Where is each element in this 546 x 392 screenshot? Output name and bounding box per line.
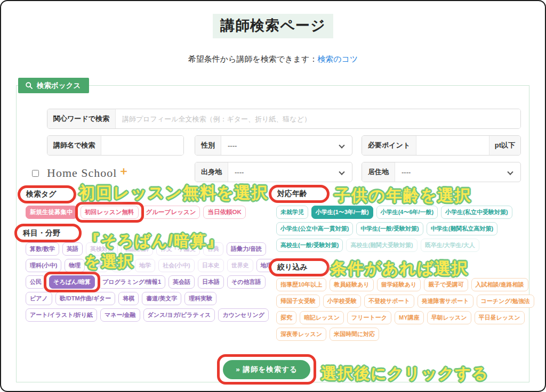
tag-item[interactable]: 化学	[88, 259, 108, 272]
gender-select[interactable]: 性別 ----	[195, 135, 352, 156]
tag-item[interactable]: 新規生徒募集中	[26, 206, 77, 219]
tag-item[interactable]: 米国時間に対応	[330, 328, 379, 341]
tag-item[interactable]: その他言語	[227, 275, 266, 289]
tag-item[interactable]: アート/イラスト/折り紙	[26, 308, 97, 322]
tag-item[interactable]: 日本史	[198, 259, 224, 272]
tag-item[interactable]: 指導歴10年以上	[276, 278, 326, 291]
tag-item[interactable]: 英語	[62, 242, 83, 256]
tag-item[interactable]: 世界史	[227, 259, 253, 272]
subtitle-text: 希望条件から講師を検索できます：	[188, 54, 317, 63]
search-tags-group: 新規生徒募集中初回レッスン無料グループレッスン当日依頼OK	[26, 206, 268, 219]
tag-row: 未就学児小学生(1〜3年/一般)小学生(4〜6年/一般)小学生(私立中受験対策)	[276, 206, 521, 219]
section-title-subjects: 科目・分野	[23, 228, 60, 238]
tag-item[interactable]: 歌/DTM作曲/ギター	[55, 292, 115, 305]
tag-item[interactable]: プログラミング/情報1	[98, 275, 165, 289]
tag-item[interactable]: 書道/美文字	[142, 292, 181, 305]
section-title-tags: 検索タグ	[26, 190, 57, 199]
tag-item[interactable]: 高校生(難関大受験対策)	[346, 239, 417, 252]
tag-item[interactable]: MY講座	[395, 311, 424, 324]
tag-row: 小学生(公立中高一貫対策)中学生(一般/受験対策)中学生(難関私立高対策)	[276, 222, 521, 235]
tag-item[interactable]: 物理	[65, 259, 85, 272]
tag-item[interactable]: 中学生(一般/受験対策)	[356, 222, 423, 235]
tag-item[interactable]: 国語読解	[121, 242, 153, 256]
tag-item[interactable]: 理科実験	[184, 292, 216, 305]
teacher-name-label: 講師名で検索	[47, 136, 101, 155]
tag-item[interactable]: 探究	[276, 311, 296, 324]
tag-item[interactable]: 社会(小中)	[158, 259, 194, 272]
tag-item[interactable]: ダンス/ヨガ/ピラティス	[143, 308, 215, 322]
search-box-tab: 検索ボックス	[18, 78, 89, 93]
tag-row: アート/イラスト/折り紙マネー/金融ダンス/ヨガ/ピラティスカウンセリング	[26, 308, 268, 322]
tag-item[interactable]: 日本語	[198, 275, 224, 289]
tag-item[interactable]: 早朝レッスン	[427, 311, 471, 324]
tag-row: 高校生(一般/受験対策)高校生(難関大受験対策)既卒生/大学生/大人	[276, 239, 521, 252]
tag-item[interactable]: 高校生(一般/受験対策)	[276, 239, 343, 252]
tag-item[interactable]: カウンセリング	[218, 308, 269, 322]
tag-item[interactable]: 中学生(難関私立高対策)	[427, 222, 497, 235]
keyword-input[interactable]	[116, 109, 520, 128]
tag-item[interactable]: 英会話	[168, 275, 195, 289]
tag-item[interactable]: 生物	[111, 259, 132, 272]
tag-row: 探究暗記レッスンフリートークMY講座早朝レッスン平日昼レッスン	[276, 311, 521, 324]
tag-item[interactable]: 未就学児	[276, 206, 308, 219]
tag-item[interactable]: 公民	[26, 275, 46, 289]
tag-item[interactable]: 不登校サポート	[364, 295, 414, 308]
tag-item[interactable]: 親子で受講可	[424, 278, 468, 291]
tag-item[interactable]: 地学	[135, 259, 155, 272]
subjects-group: 算数/数学英語英検対策国語読解作文・小論文古典語彙力/音読理科(小中)物理化学生…	[26, 242, 268, 322]
tag-item[interactable]: フリートーク	[347, 311, 391, 324]
tag-item[interactable]: 小学生(公立中高一貫対策)	[276, 222, 353, 235]
gender-value: ----	[221, 136, 352, 155]
home-school-option: Home School＋	[32, 163, 129, 183]
points-field-group: 必要ポイント pt以下	[362, 135, 521, 156]
section-title-subjects-ring: 科目・分野	[14, 224, 82, 242]
tag-item[interactable]: 既卒生/大学生/大人	[421, 239, 479, 252]
tag-row: 帰国子女受験小学校受験不登校サポート発達障害サポートコーチング/勉強法	[276, 295, 521, 308]
tag-item[interactable]: 小学生(4〜6年/一般)	[376, 206, 438, 219]
birthplace-select[interactable]: 出身地 ----	[195, 162, 352, 182]
tag-item[interactable]: 帰国子女受験	[276, 295, 320, 308]
tag-item[interactable]: 発達障害サポート	[417, 295, 473, 308]
home-school-checkbox[interactable]	[32, 170, 39, 177]
tag-item[interactable]: 当日依頼OK	[203, 206, 245, 219]
tag-item[interactable]: 英検対策	[86, 242, 118, 256]
tag-item[interactable]: 小学校受験	[323, 295, 361, 308]
tag-row: 深夜帯レッスン米国時間に対応	[276, 328, 521, 341]
section-title-ages: 対応年齢	[277, 189, 307, 199]
tag-item[interactable]: 入試相談/進路相談	[471, 278, 528, 291]
tag-item[interactable]: 深夜帯レッスン	[276, 328, 326, 341]
teacher-name-input[interactable]	[101, 136, 183, 155]
tag-row: 理科(小中)物理化学生物地学社会(小中)日本史世界史地理	[26, 259, 268, 272]
residence-select[interactable]: 居住地 ----	[362, 162, 521, 182]
tag-item[interactable]: 算数/数学	[26, 242, 59, 256]
gender-label: 性別	[195, 136, 221, 155]
subtitle: 希望条件から講師を検索できます：検索のコツ	[0, 54, 546, 64]
tag-selected[interactable]: そろばん/暗算	[49, 275, 95, 289]
tag-item[interactable]: 理科(小中)	[26, 259, 61, 272]
tag-item[interactable]: 暗記レッスン	[300, 311, 344, 324]
tag-item[interactable]: コーチング/勉強法	[477, 295, 534, 308]
tag-item[interactable]: 平日昼レッスン	[475, 311, 525, 324]
search-teachers-button[interactable]: » 講師を検索する	[223, 360, 310, 379]
tag-item[interactable]: 語彙力/音読	[227, 242, 266, 256]
tag-item[interactable]: 古典	[203, 242, 223, 256]
keyword-field-group: 関心ワードで検索	[47, 109, 521, 129]
tag-item[interactable]: 小学生(私立中受験対策)	[441, 206, 512, 219]
section-title-filters: 絞り込み	[277, 263, 308, 272]
tag-item[interactable]: 将棋	[118, 292, 139, 305]
tag-item[interactable]: 留学経験あり	[377, 278, 421, 291]
points-input[interactable]	[416, 136, 489, 155]
section-title-tags-ring: 検索タグ	[18, 185, 76, 203]
tag-item[interactable]: 作文・小論文	[156, 242, 200, 256]
tag-item[interactable]: マネー/金融	[100, 308, 140, 322]
tag-item[interactable]: 教員経験あり	[330, 278, 374, 291]
tag-item[interactable]: 初回レッスン無料	[81, 206, 139, 219]
tag-selected[interactable]: 小学生(1〜3年/一般)	[311, 206, 373, 219]
tag-row: 算数/数学英語英検対策国語読解作文・小論文古典語彙力/音読	[26, 242, 268, 256]
residence-value: ----	[395, 162, 520, 182]
tag-item[interactable]: グループレッスン	[142, 206, 200, 219]
search-tips-link[interactable]: 検索のコツ	[317, 54, 358, 63]
tag-item[interactable]: ピアノ	[26, 292, 52, 305]
tag-row: ピアノ歌/DTM作曲/ギター将棋書道/美文字理科実験	[26, 292, 268, 305]
ages-group: 未就学児小学生(1〜3年/一般)小学生(4〜6年/一般)小学生(私立中受験対策)…	[276, 206, 521, 252]
